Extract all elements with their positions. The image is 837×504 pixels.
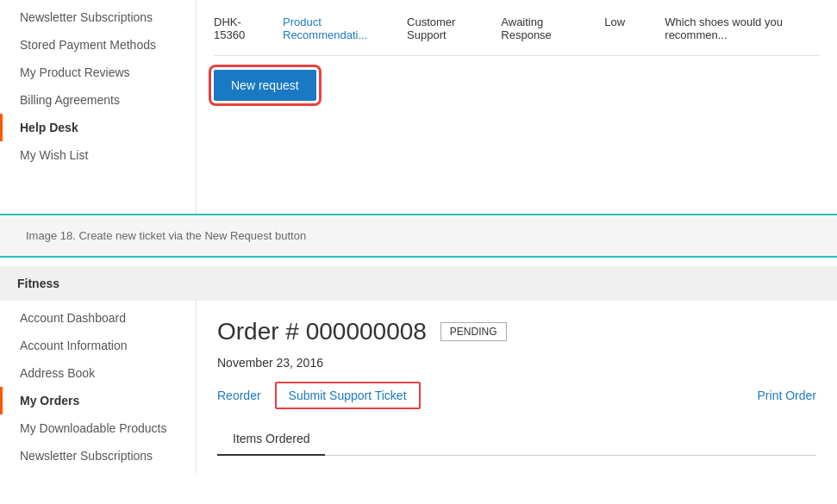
tab-items-ordered[interactable]: Items Ordered — [217, 423, 325, 456]
ticket-status: Awaiting Response — [501, 16, 587, 41]
bottom-sidebar-item-account-dashboard[interactable]: Account Dashboard — [0, 304, 196, 332]
order-title: Order # 000000008 — [217, 318, 427, 345]
order-actions: Reorder Submit Support Ticket Print Orde… — [217, 382, 816, 409]
ticket-subject: Which shoes would you recommen... — [665, 16, 820, 41]
top-sidebar: Newsletter SubscriptionsStored Payment M… — [0, 0, 197, 214]
submit-support-ticket-button[interactable]: Submit Support Ticket — [275, 382, 421, 409]
top-sidebar-item-help-desk[interactable]: Help Desk — [0, 114, 196, 141]
bottom-sidebar-item-my-orders[interactable]: My Orders — [0, 387, 196, 414]
top-sidebar-item-billing-agreements[interactable]: Billing Agreements — [0, 86, 196, 114]
bottom-sidebar-item-account-information[interactable]: Account Information — [0, 332, 196, 359]
bottom-main-content: Order # 000000008 PENDING November 23, 2… — [197, 301, 837, 473]
reorder-link[interactable]: Reorder — [217, 389, 261, 402]
ticket-row: DHK-15360 Product Recommendati... Custom… — [214, 9, 820, 56]
bottom-sidebar-item-address-book[interactable]: Address Book — [0, 359, 196, 387]
bottom-sidebar-item-my-downloadable-products[interactable]: My Downloadable Products — [0, 414, 196, 442]
ticket-priority: Low — [604, 16, 647, 28]
image-caption: Image 18. Create new ticket via the New … — [0, 215, 837, 258]
new-request-button[interactable]: New request — [214, 70, 316, 101]
top-sidebar-item-my-product-reviews[interactable]: My Product Reviews — [0, 59, 196, 86]
order-date: November 23, 2016 — [217, 356, 816, 370]
top-sidebar-item-my-wish-list[interactable]: My Wish List — [0, 141, 196, 169]
divider-label: Fitness — [17, 277, 59, 290]
status-badge: PENDING — [440, 322, 507, 341]
top-sidebar-item-newsletter-subscriptions[interactable]: Newsletter Subscriptions — [0, 3, 196, 31]
top-sidebar-item-stored-payment-methods[interactable]: Stored Payment Methods — [0, 31, 196, 59]
tabs-bar: Items Ordered — [217, 423, 816, 456]
top-main-content: DHK-15360 Product Recommendati... Custom… — [197, 0, 837, 214]
bottom-sidebar-item-newsletter-subscriptions[interactable]: Newsletter Subscriptions — [0, 442, 196, 470]
print-order-link[interactable]: Print Order — [758, 389, 816, 402]
ticket-link[interactable]: Product Recommendati... — [283, 16, 390, 41]
ticket-id: DHK-15360 — [214, 16, 265, 41]
ticket-department: Customer Support — [407, 16, 484, 41]
caption-text: Image 18. Create new ticket via the New … — [26, 229, 306, 242]
order-header: Order # 000000008 PENDING — [217, 318, 816, 345]
section-divider: Fitness — [0, 266, 837, 301]
bottom-sidebar: Account DashboardAccount InformationAddr… — [0, 301, 197, 473]
